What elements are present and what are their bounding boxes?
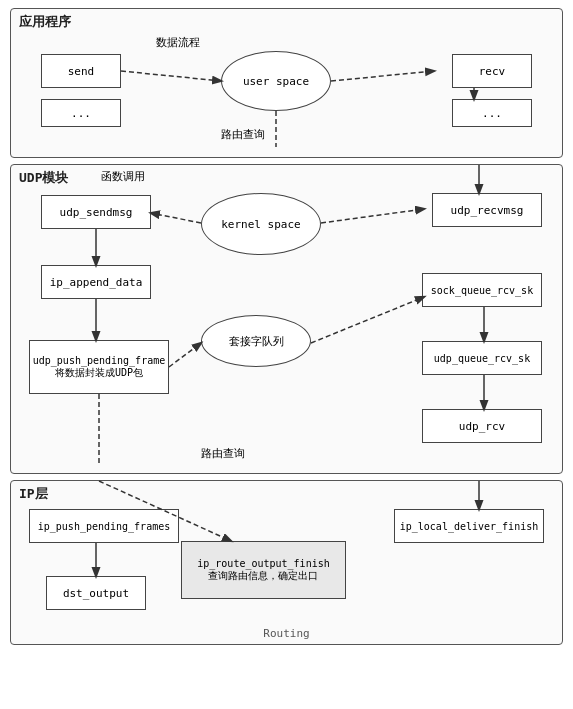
- recv-box: recv: [452, 54, 532, 88]
- udp-push-pending-frame-box: udp_push_pending_frame 将数据封装成UDP包: [29, 340, 169, 394]
- svg-line-7: [321, 209, 424, 223]
- udp-sendmsg-box: udp_sendmsg: [41, 195, 151, 229]
- socket-queue-ellipse: 套接字队列: [201, 315, 311, 367]
- ip-section-label: IP层: [19, 485, 48, 503]
- svg-line-6: [151, 213, 201, 223]
- ip-local-deliver-finish-box: ip_local_deliver_finish: [394, 509, 544, 543]
- routing-label: Routing: [263, 627, 309, 640]
- kernel-space-ellipse: kernel space: [201, 193, 321, 255]
- udp-queue-rcv-sk-box: udp_queue_rcv_sk: [422, 341, 542, 375]
- send-box: send: [41, 54, 121, 88]
- sock-queue-rcv-sk-box: sock_queue_rcv_sk: [422, 273, 542, 307]
- recv-dots-box: ...: [452, 99, 532, 127]
- ip-push-pending-frames-box: ip_push_pending_frames: [29, 509, 179, 543]
- svg-line-8: [169, 343, 201, 367]
- data-flow-label: 数据流程: [156, 35, 200, 50]
- send-dots-box: ...: [41, 99, 121, 127]
- udp-route-query-label: 路由查询: [201, 446, 245, 461]
- func-call-label: 函数调用: [101, 169, 145, 184]
- svg-line-0: [121, 71, 221, 81]
- ip-section: IP层 ip_push_pending_frames dst_output ip…: [10, 480, 563, 645]
- ip-route-output-finish-box: ip_route_output_finish 查询路由信息，确定出口: [181, 541, 346, 599]
- udp-section: UDP模块 函数调用 udp_sendmsg ip_append_data ud…: [10, 164, 563, 474]
- app-section: 应用程序 send ... user space recv ... 数据流程 路…: [10, 8, 563, 158]
- dst-output-box: dst_output: [46, 576, 146, 610]
- svg-line-9: [311, 297, 424, 343]
- user-space-ellipse: user space: [221, 51, 331, 111]
- udp-rcv-box: udp_rcv: [422, 409, 542, 443]
- svg-line-1: [331, 71, 434, 81]
- diagram: 应用程序 send ... user space recv ... 数据流程 路…: [10, 8, 563, 645]
- ip-append-data-box: ip_append_data: [41, 265, 151, 299]
- udp-recvmsg-box: udp_recvmsg: [432, 193, 542, 227]
- udp-section-label: UDP模块: [19, 169, 68, 187]
- app-route-query-label: 路由查询: [221, 127, 265, 142]
- app-section-label: 应用程序: [19, 13, 71, 31]
